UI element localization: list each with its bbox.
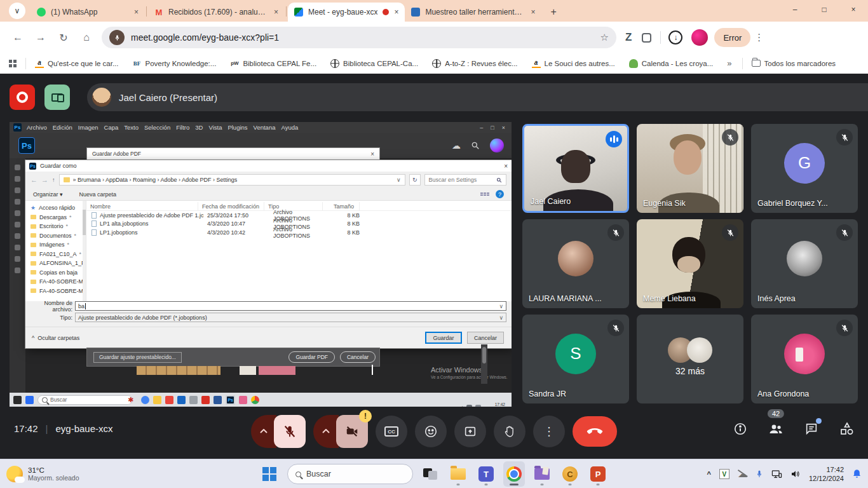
breadcrumb-path[interactable]: » Brumana › AppData › Roaming › Adobe › … [73,177,394,183]
profile-avatar[interactable] [691,29,708,46]
nav-up-icon[interactable]: ↑ [52,177,55,183]
menu-ayuda[interactable]: Ayuda [281,124,298,131]
column-fecha[interactable]: Fecha de modificación [198,202,264,211]
cancel-button[interactable]: Cancelar [467,332,504,344]
teams-button[interactable]: T [475,461,497,487]
reactions-button[interactable] [415,416,447,447]
sidebar-item-fa40-1[interactable]: FA-40-SOBRE-M [25,277,86,287]
close-icon[interactable]: × [531,8,535,17]
menu-archivo[interactable]: Archivo [27,124,47,131]
tab-whatsapp[interactable]: (1) WhatsApp × [31,3,145,22]
raise-hand-button[interactable] [494,416,526,447]
shared-clock[interactable]: 17:42 12/12/2024 [484,402,505,407]
v-app-icon[interactable]: V [719,469,729,479]
bookmarks-overflow-icon[interactable]: » [727,58,731,68]
tile-eugenia-sik[interactable]: Eugenia Sik [637,124,743,213]
menu-capa[interactable]: Capa [104,124,119,131]
apps-grid-icon[interactable] [9,60,17,67]
organize-button[interactable]: Organizar ▾ [33,191,63,198]
chrome-button[interactable] [503,461,525,487]
sidebar-scrollbar[interactable] [83,201,86,301]
app-icon[interactable] [141,396,149,404]
screen-share-indicator[interactable] [44,85,70,110]
shared-search-box[interactable]: Buscar [37,395,133,405]
ps-restore-button[interactable]: □ [491,125,494,131]
sidebar-item-fa40-2[interactable]: FA-40-SOBRE-M [25,287,86,296]
menu-plugins[interactable]: Plugins [227,124,247,131]
app-icon[interactable] [189,396,198,404]
extensions-icon[interactable] [642,33,651,43]
column-tamano[interactable]: Tamaño [323,202,360,211]
column-nombre[interactable]: Nombre [86,202,198,211]
info-button[interactable] [732,421,749,437]
app-icon[interactable] [165,396,173,404]
purple-folder-button[interactable] [531,461,553,487]
close-icon[interactable]: × [134,8,139,17]
tray-icon[interactable] [475,405,481,407]
bookmark-item[interactable]: Calenda - Les croya... [629,59,714,68]
menu-ventana[interactable]: Ventana [254,124,276,131]
menu-edicion[interactable]: Edición [53,124,72,131]
url-text[interactable]: meet.google.com/eyg-baue-xcx?pli=1 [131,32,595,43]
bookmark-item[interactable]: aQu'est-ce que le car... [35,59,119,68]
app-icon[interactable] [201,396,210,404]
nav-forward-icon[interactable]: → [41,176,48,184]
present-button[interactable] [454,416,486,447]
panel-scrollbar[interactable] [481,344,487,384]
mic-off-button[interactable] [274,415,306,448]
bookmark-item[interactable]: A-to-Z : Revues élec... [432,59,517,68]
ps-avatar[interactable] [490,139,504,152]
refresh-button[interactable]: ↻ [409,174,421,186]
reload-button[interactable]: ↻ [55,29,72,46]
save-pdf-button[interactable]: Guardar PDF [288,351,335,363]
pdf-dialog-close-icon[interactable]: × [370,151,374,158]
menu-texto[interactable]: Texto [124,124,139,131]
chevron-down-icon[interactable]: ∨ [499,303,503,309]
home-button[interactable]: ⌂ [78,29,95,46]
chevron-down-icon[interactable]: ∨ [397,177,401,183]
bookmark-item[interactable]: Biblioteca CEPAL-Ca... [330,59,418,68]
tile-ana-grondona[interactable]: Ana Grondona [751,315,858,403]
chat-button[interactable] [803,421,820,437]
bookmark-item[interactable]: pWBiblioteca CEPAL Fe... [230,59,316,68]
activities-button[interactable] [839,421,855,437]
bookmark-item[interactable]: BFPoverty Knowledge:... [133,59,217,68]
address-bar[interactable]: meet.google.com/eyg-baue-xcx?pli=1 ☆ [102,27,616,48]
tab-gmail[interactable]: M Recibidos (17.609) - analuciagro × [148,3,285,22]
sidebar-item-documentos[interactable]: Documentos* [25,231,86,241]
taskbar-search[interactable]: Buscar [287,464,413,484]
file-type-select[interactable]: Ajuste preestablecido de Adobe PDF (*.jo… [75,313,506,322]
photoshop-tools-panel[interactable] [10,158,25,393]
new-tab-button[interactable]: + [550,6,556,18]
word-icon[interactable] [214,396,222,404]
search-icon[interactable] [471,141,480,150]
sidebar-item-acceso-rapido[interactable]: ★Acceso rápido [25,203,86,213]
taskbar-clock[interactable]: 17:42 12/12/2024 [809,465,844,484]
forward-button[interactable]: → [32,29,50,46]
ps-close-button[interactable]: × [502,125,505,131]
ps-minimize-button[interactable]: – [480,125,483,131]
mic-permission-icon[interactable] [109,30,125,45]
tab-muestreo[interactable]: Muestreo taller herramientas in × [405,3,541,22]
bookmark-all-bookmarks[interactable]: Todos los marcadores [752,60,836,67]
camera-options-chevron[interactable] [313,415,339,448]
bookmark-item[interactable]: aLe Souci des autres... [532,59,615,68]
back-button[interactable]: ← [9,29,27,46]
tab-search-button[interactable]: ∨ [9,3,25,19]
tile-laura-mariana[interactable]: LAURA MARIANA ... [522,219,629,308]
close-icon[interactable]: × [394,8,398,17]
help-icon[interactable]: ? [496,190,504,198]
photoshop-taskbar-icon[interactable]: Ps [226,395,235,405]
powerpoint-button[interactable]: P [587,461,609,487]
z-extension-icon[interactable]: Z [625,31,632,44]
tab-meet-active[interactable]: Meet - eyg-baue-xcx × [288,3,405,22]
browser-menu-icon[interactable]: ⋮ [754,32,764,43]
app-icon[interactable] [177,396,186,404]
chevron-up-icon[interactable]: ^ [461,405,464,407]
recording-indicator[interactable] [10,85,35,110]
task-view-icon[interactable] [13,396,22,404]
view-options-icon[interactable] [480,193,489,196]
save-preset-button[interactable]: Guardar ajuste preestablecido... [93,352,182,363]
menu-3d[interactable]: 3D [195,124,203,131]
cloud-icon[interactable]: ☁ [452,140,461,151]
